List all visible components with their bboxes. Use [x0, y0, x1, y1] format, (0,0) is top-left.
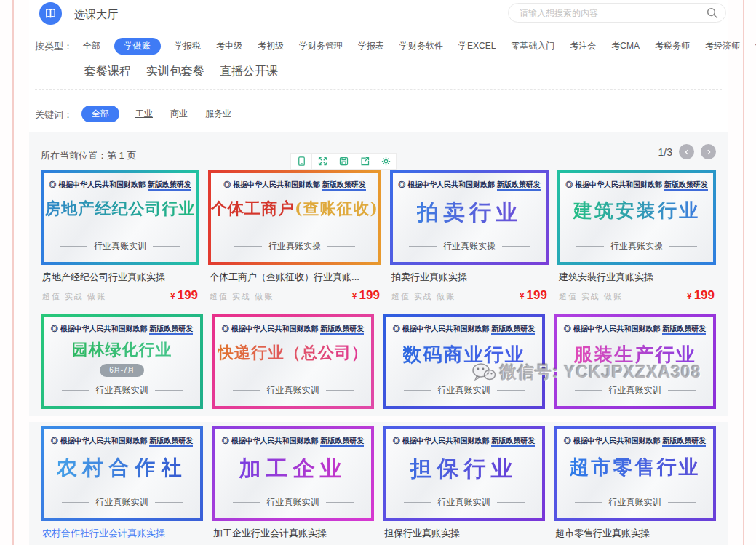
course-card-image[interactable]: ◎ 根据中华人民共和国财政部 新版政策研发 超市零售行业 行业真账实训 — [554, 426, 716, 521]
card-subtitle: 行业真账实操 — [393, 240, 546, 252]
course-card-image[interactable]: ◎ 根据中华人民共和国财政部 新版政策研发 加工企业 行业真账实训 — [212, 426, 374, 521]
book-icon — [44, 7, 57, 20]
card-title: 拍卖行业 — [417, 198, 522, 228]
card-banner: ◎ 根据中华人民共和国财政部 新版政策研发 — [51, 324, 194, 334]
page-title: 选课大厅 — [74, 8, 118, 22]
main-page: 选课大厅 按类型： 全部 学做账 学报税 考中级 考初级 学财务管理 学报表 学… — [29, 0, 728, 545]
card-subtitle: 行业真账实训 — [44, 240, 196, 252]
course-name-link[interactable]: 超市零售行业真账实操 — [554, 527, 716, 540]
course-card-image[interactable]: ◎ 根据中华人民共和国财政部 新版政策研发 个体工商户(查账征收) 行业真账实操 — [208, 170, 381, 265]
course-name-link[interactable]: 个体工商户（查账征收）行业真账... — [208, 271, 381, 284]
filter-divider — [35, 89, 722, 90]
course-tags: 超值 实战 做账 — [391, 291, 455, 302]
current-position-text: 所在当前位置：第 1 页 — [41, 149, 136, 162]
prev-page-button[interactable] — [679, 144, 694, 159]
course-name-link[interactable]: 农村合作社行业会计真账实操 — [41, 527, 203, 540]
card-title: 园林绿化行业 — [72, 339, 172, 361]
course-panel: 所在当前位置：第 1 页 1/3 — [29, 132, 728, 416]
course-name-link[interactable]: 担保行业真账实操 — [383, 527, 545, 540]
keyword-filter-industrial[interactable]: 工业 — [134, 106, 154, 122]
course-card-image[interactable]: ◎ 根据中华人民共和国财政部 新版政策研发 担保行业 行业真账实训 — [383, 426, 545, 521]
gear-icon — [381, 156, 391, 167]
course-tags: 超值 实战 做账 — [559, 291, 623, 302]
settings-button[interactable] — [375, 153, 397, 170]
date-badge: 6月-7月 — [100, 364, 143, 377]
card-banner: ◎ 根据中华人民共和国财政部 新版政策研发 — [393, 436, 536, 446]
course-card-image[interactable]: ◎ 根据中华人民共和国财政部 新版政策研发 房地产经纪公司行业 行业真账实训 — [41, 170, 199, 265]
search-icon[interactable] — [706, 7, 719, 20]
type-filter-beginner[interactable]: 零基础入门 — [509, 38, 556, 55]
card-subtitle: 行业真账实训 — [386, 384, 542, 397]
type-filter-intermediate[interactable]: 考中级 — [215, 38, 244, 55]
course-name-link[interactable]: 建筑安装行业真账实操 — [557, 271, 716, 284]
card-banner: ◎ 根据中华人民共和国财政部 新版政策研发 — [393, 324, 536, 334]
keyword-filter-commercial[interactable]: 商业 — [169, 106, 189, 122]
course-card: ◎ 根据中华人民共和国财政部 新版政策研发 农村合作社 行业真账实训 农村合作社… — [41, 426, 203, 545]
course-card-image[interactable]: ◎ 根据中华人民共和国财政部 新版政策研发 建筑安装行业 行业真账实操 — [557, 170, 716, 265]
course-grid-row-1: ◎ 根据中华人民共和国财政部 新版政策研发 房地产经纪公司行业 行业真账实训 房… — [41, 170, 716, 303]
course-price: ¥199 — [520, 288, 547, 303]
type-filter-bookkeeping-active[interactable]: 学做账 — [114, 38, 161, 55]
keyword-filter-service[interactable]: 服务业 — [204, 106, 233, 122]
type-filter-statements[interactable]: 学报表 — [357, 38, 386, 55]
course-card: ◎ 根据中华人民共和国财政部 新版政策研发 快递行业（总公司） 行业真账实训 — [212, 314, 374, 409]
type-filter-software[interactable]: 学财务软件 — [398, 38, 445, 55]
course-card-image[interactable]: ◎ 根据中华人民共和国财政部 新版政策研发 园林绿化行业 6月-7月 行业真账实… — [41, 314, 203, 409]
card-subtitle: 行业真账实操 — [211, 240, 378, 252]
viewer-toolbar — [291, 153, 397, 170]
course-price: ¥199 — [352, 288, 380, 303]
course-name-link[interactable]: 加工企业行业会计真账实操 — [212, 527, 374, 540]
card-banner: ◎ 根据中华人民共和国财政部 新版政策研发 — [222, 324, 365, 334]
card-banner: ◎ 根据中华人民共和国财政部 新版政策研发 — [222, 436, 365, 446]
card-subtitle: 行业真账实训 — [557, 496, 713, 509]
course-card-image[interactable]: ◎ 根据中华人民共和国财政部 新版政策研发 快递行业（总公司） 行业真账实训 — [212, 314, 374, 409]
card-subtitle: 行业真账实训 — [215, 384, 371, 397]
tablet-view-button[interactable] — [290, 153, 312, 170]
type-filter-economist[interactable]: 考经济师 — [704, 38, 741, 55]
save-button[interactable] — [333, 153, 354, 170]
type-filter-live-open-class[interactable]: 直播公开课 — [218, 62, 279, 81]
card-banner: ◎ 根据中华人民共和国财政部 新版政策研发 — [223, 180, 366, 190]
course-card-image[interactable]: ◎ 根据中华人民共和国财政部 新版政策研发 数码商业行业 行业真账实训 — [383, 314, 545, 409]
card-banner: ◎ 根据中华人民共和国财政部 新版政策研发 — [398, 180, 541, 190]
type-filter-all[interactable]: 全部 — [81, 38, 102, 55]
chevron-right-icon — [705, 148, 712, 156]
card-banner: ◎ 根据中华人民共和国财政部 新版政策研发 — [51, 436, 194, 446]
type-filter-financial-mgmt[interactable]: 学财务管理 — [298, 38, 344, 55]
fullscreen-button[interactable] — [311, 153, 333, 170]
page-border-left — [12, 0, 14, 545]
next-page-button[interactable] — [701, 144, 716, 159]
card-banner: ◎ 根据中华人民共和国财政部 新版政策研发 — [565, 180, 708, 190]
course-tags: 超值 实战 做账 — [210, 291, 274, 302]
share-button[interactable] — [354, 153, 375, 170]
course-card: ◎ 根据中华人民共和国财政部 新版政策研发 园林绿化行业 6月-7月 行业真账实… — [41, 314, 203, 409]
type-filter-tax-filing[interactable]: 学报税 — [173, 38, 202, 55]
card-subtitle: 行业真账实训 — [386, 496, 542, 509]
keyword-filter-all-active[interactable]: 全部 — [81, 106, 119, 122]
type-filter-tax-agent[interactable]: 考税务师 — [653, 38, 691, 55]
type-filter-junior[interactable]: 考初级 — [256, 38, 285, 55]
course-card: ◎ 根据中华人民共和国财政部 新版政策研发 数码商业行业 行业真账实训 — [383, 314, 545, 409]
card-title: 担保行业 — [410, 454, 518, 484]
course-card-image[interactable]: ◎ 根据中华人民共和国财政部 新版政策研发 服装生产行业 行业真账实训 — [554, 314, 716, 409]
card-title: 数码商业行业 — [403, 342, 525, 367]
type-filter-cma[interactable]: 考CMA — [610, 38, 641, 55]
type-filter-section: 按类型： 全部 学做账 学报税 考中级 考初级 学财务管理 学报表 学财务软件 … — [29, 28, 728, 97]
type-filter-cpa[interactable]: 考注会 — [568, 38, 597, 55]
card-title: 超市零售行业 — [570, 454, 701, 480]
type-filter-package-course[interactable]: 套餐课程 — [83, 62, 132, 81]
type-filter-excel[interactable]: 学EXCEL — [457, 38, 497, 55]
course-price: ¥199 — [687, 288, 715, 303]
course-card: ◎ 根据中华人民共和国财政部 新版政策研发 拍卖行业 行业真账实操 拍卖行业真账… — [390, 170, 549, 303]
card-banner: ◎ 根据中华人民共和国财政部 新版政策研发 — [564, 324, 707, 334]
course-name-link[interactable]: 房地产经纪公司行业真账实操 — [41, 271, 199, 284]
card-banner: ◎ 根据中华人民共和国财政部 新版政策研发 — [564, 436, 707, 446]
type-filter-training-package[interactable]: 实训包套餐 — [145, 62, 206, 81]
course-grid-row-3: ◎ 根据中华人民共和国财政部 新版政策研发 农村合作社 行业真账实训 农村合作社… — [41, 426, 716, 545]
course-name-link[interactable]: 拍卖行业真账实操 — [390, 271, 549, 284]
chevron-left-icon — [683, 148, 691, 156]
search-input[interactable] — [509, 4, 725, 22]
course-card-image[interactable]: ◎ 根据中华人民共和国财政部 新版政策研发 拍卖行业 行业真账实操 — [390, 170, 549, 265]
course-card-image[interactable]: ◎ 根据中华人民共和国财政部 新版政策研发 农村合作社 行业真账实训 — [41, 426, 203, 521]
card-subtitle: 行业真账实训 — [557, 384, 713, 397]
